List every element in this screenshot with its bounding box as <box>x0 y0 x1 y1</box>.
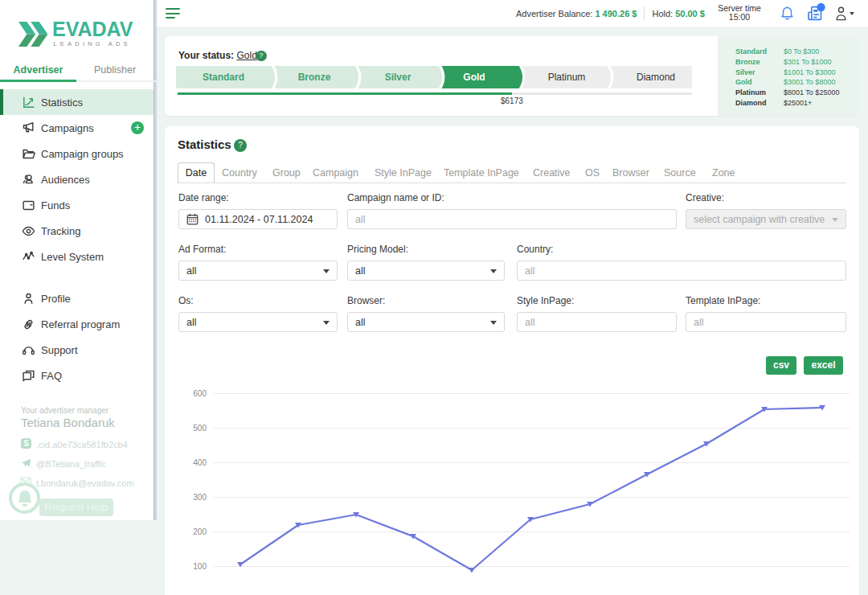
svg-text:LEADING ADS: LEADING ADS <box>54 40 131 47</box>
svg-text:100: 100 <box>193 562 207 571</box>
svg-text:Standard: Standard <box>203 72 244 83</box>
svg-text:Silver: Silver <box>385 72 411 83</box>
svg-text:200: 200 <box>193 527 207 536</box>
svg-text:Diamond: Diamond <box>637 72 675 83</box>
svg-text:400: 400 <box>193 458 207 467</box>
svg-text:Bronze: Bronze <box>298 72 331 83</box>
svg-text:EVADAV: EVADAV <box>52 21 133 40</box>
svg-text:600: 600 <box>193 389 207 398</box>
svg-text:Gold: Gold <box>463 72 485 83</box>
svg-text:300: 300 <box>193 493 207 502</box>
svg-text:500: 500 <box>193 424 207 433</box>
svg-text:Platinum: Platinum <box>548 72 586 83</box>
